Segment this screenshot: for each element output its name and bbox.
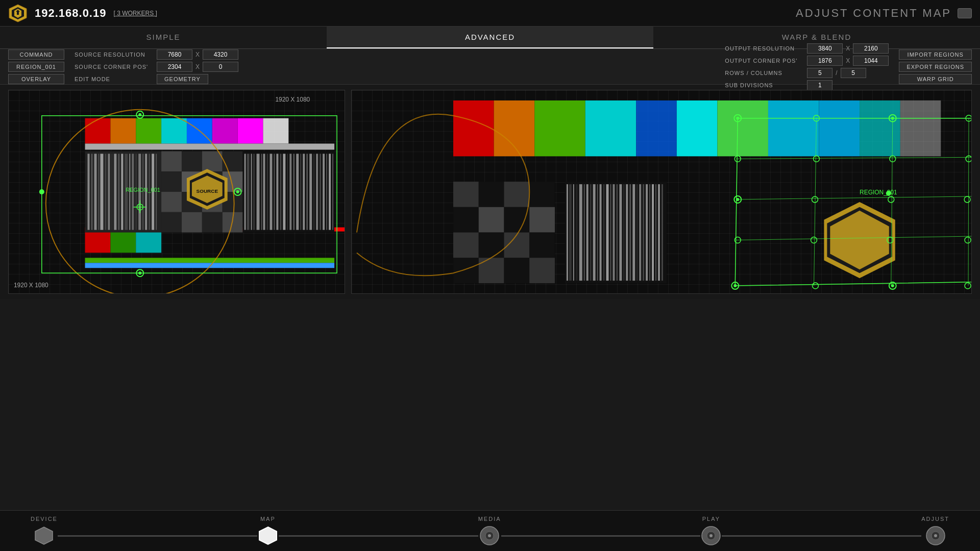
workflow-step-map[interactable]: MAP xyxy=(257,516,279,546)
svg-rect-26 xyxy=(114,154,116,230)
source-resolution-h[interactable] xyxy=(203,49,238,60)
svg-rect-124 xyxy=(453,233,479,258)
svg-text:1920 X 1080: 1920 X 1080 xyxy=(275,96,310,103)
svg-rect-7 xyxy=(212,118,238,144)
svg-rect-22 xyxy=(100,154,103,230)
right-buttons: IMPORT REGIONS EXPORT REGIONS WARP GRID xyxy=(899,49,972,84)
svg-rect-82 xyxy=(326,154,327,230)
svg-rect-44 xyxy=(161,171,182,192)
svg-point-194 xyxy=(812,196,818,203)
svg-rect-5 xyxy=(161,118,187,144)
svg-rect-18 xyxy=(88,154,90,230)
svg-rect-133 xyxy=(567,184,568,281)
edit-mode-label: EDIT MODE xyxy=(75,76,154,82)
warp-grid-button[interactable]: WARP GRID xyxy=(899,74,972,84)
media-node[interactable] xyxy=(479,525,500,546)
svg-point-206 xyxy=(813,283,819,289)
title-area: ADJUST CONTENT MAP xyxy=(796,7,972,20)
output-resolution-h[interactable] xyxy=(853,43,889,54)
svg-rect-127 xyxy=(529,233,555,258)
svg-rect-63 xyxy=(263,154,265,230)
import-regions-button[interactable]: IMPORT REGIONS xyxy=(899,49,972,60)
svg-rect-125 xyxy=(479,233,504,258)
source-corner-x[interactable] xyxy=(157,62,192,72)
svg-point-96 xyxy=(39,189,44,194)
rows-input[interactable] xyxy=(807,68,832,78)
svg-point-212 xyxy=(488,534,491,537)
svg-rect-118 xyxy=(504,182,530,207)
main-content: SOURCE REGION_001 1920 X 1080 1920 X 108… xyxy=(0,85,980,299)
tab-advanced[interactable]: ADVANCED xyxy=(327,27,653,48)
svg-rect-19 xyxy=(91,154,93,230)
svg-rect-158 xyxy=(649,184,650,281)
page-title: ADJUST CONTENT MAP xyxy=(796,7,951,20)
overlay-button[interactable]: OVERLAY xyxy=(8,74,64,84)
subdivisions-input[interactable] xyxy=(807,80,832,90)
svg-rect-43 xyxy=(223,151,243,171)
export-regions-button[interactable]: EXPORT REGIONS xyxy=(899,62,972,72)
command-button[interactable]: COMMAND xyxy=(8,49,64,60)
svg-rect-77 xyxy=(309,154,312,230)
workflow-step-media[interactable]: MEDIA xyxy=(478,516,501,546)
source-corner-label: SOURCE CORNER POS' xyxy=(75,64,154,70)
device-label: DEVICE xyxy=(31,516,58,522)
source-resolution-w[interactable] xyxy=(157,49,192,60)
left-controls: COMMAND REGION_001 OVERLAY xyxy=(8,49,64,84)
svg-rect-142 xyxy=(597,184,598,281)
svg-rect-107 xyxy=(585,101,636,156)
svg-marker-208 xyxy=(35,527,53,544)
svg-rect-104 xyxy=(453,101,494,156)
svg-point-215 xyxy=(709,534,713,537)
svg-rect-24 xyxy=(108,154,110,230)
svg-rect-67 xyxy=(276,154,278,230)
svg-rect-41 xyxy=(182,151,202,171)
output-corner-y[interactable] xyxy=(853,56,889,66)
output-corner-row: OUTPUT CORNER POS' X xyxy=(725,56,889,66)
adjust-node[interactable] xyxy=(925,525,946,546)
device-node[interactable] xyxy=(33,525,55,546)
right-canvas-svg: REGION_001 xyxy=(352,90,971,293)
svg-rect-111 xyxy=(768,101,819,156)
svg-point-180 xyxy=(733,284,737,287)
output-corner-x[interactable] xyxy=(807,56,843,66)
svg-rect-147 xyxy=(612,184,615,281)
svg-rect-58 xyxy=(247,154,250,230)
cols-input[interactable] xyxy=(841,68,866,78)
output-resolution-w[interactable] xyxy=(807,43,843,54)
svg-rect-23 xyxy=(105,154,106,230)
workflow-step-device[interactable]: DEVICE xyxy=(31,516,58,546)
svg-point-190 xyxy=(891,284,894,287)
svg-rect-53 xyxy=(182,212,202,233)
power-button[interactable] xyxy=(958,8,972,18)
workflow-step-adjust[interactable]: ADJUST xyxy=(921,516,949,546)
svg-rect-78 xyxy=(313,154,314,230)
svg-line-168 xyxy=(737,195,971,199)
canvas-right[interactable]: REGION_001 xyxy=(351,90,972,294)
controls-row: COMMAND REGION_001 OVERLAY SOURCE RESOLU… xyxy=(0,49,980,85)
svg-rect-20 xyxy=(94,154,96,230)
workers-link[interactable]: [ 3 WORKERS ] xyxy=(113,10,157,17)
workflow-step-play[interactable]: PLAY xyxy=(700,516,722,546)
svg-rect-151 xyxy=(626,184,628,281)
region-button[interactable]: REGION_001 xyxy=(8,62,64,72)
svg-rect-110 xyxy=(717,101,768,156)
svg-rect-105 xyxy=(494,101,535,156)
tab-simple[interactable]: SIMPLE xyxy=(0,27,327,48)
svg-rect-129 xyxy=(479,258,504,283)
canvas-left[interactable]: SOURCE REGION_001 1920 X 1080 1920 X 108… xyxy=(8,90,345,294)
svg-point-192 xyxy=(890,156,896,162)
svg-rect-106 xyxy=(534,101,585,156)
geometry-button[interactable]: GEOMETRY xyxy=(157,74,208,84)
source-controls: SOURCE RESOLUTION X SOURCE CORNER POS' X… xyxy=(75,49,238,84)
play-node[interactable] xyxy=(700,525,722,546)
svg-rect-71 xyxy=(289,154,291,230)
map-node[interactable] xyxy=(257,525,279,546)
svg-rect-138 xyxy=(584,184,585,281)
svg-rect-160 xyxy=(655,184,656,281)
svg-rect-68 xyxy=(280,154,281,230)
svg-point-196 xyxy=(964,196,970,203)
output-controls: OUTPUT RESOLUTION X OUTPUT CORNER POS' X… xyxy=(725,43,889,90)
source-corner-y[interactable] xyxy=(203,62,238,72)
svg-point-95 xyxy=(236,190,239,193)
svg-rect-83 xyxy=(329,154,331,230)
